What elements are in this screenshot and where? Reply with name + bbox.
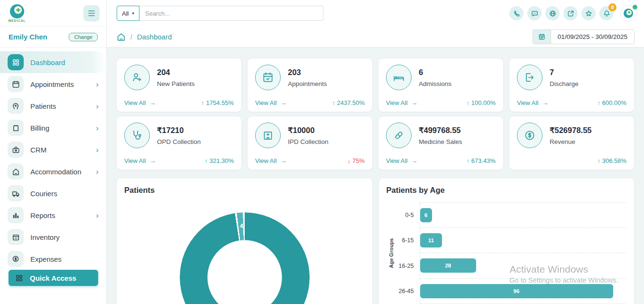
- stat-value: ₹10000: [288, 126, 329, 135]
- messages-button[interactable]: [527, 6, 542, 20]
- inventory-box-icon: [8, 229, 24, 245]
- search-input[interactable]: [139, 6, 323, 21]
- arrow-right-icon: →: [280, 99, 286, 106]
- sidebar-item-dashboard[interactable]: Dashboard: [0, 51, 106, 73]
- arrow-right-icon: →: [149, 157, 156, 164]
- view-all-label: View All: [517, 99, 538, 106]
- patient-head-icon: [8, 98, 24, 114]
- home-icon[interactable]: [117, 32, 126, 41]
- brand-name: MEDICAL: [9, 19, 26, 22]
- home-icon: [8, 163, 24, 180]
- sidebar-item-accommodation[interactable]: Accommodation ›: [0, 161, 106, 182]
- view-all-label: View All: [386, 99, 407, 106]
- view-all-link[interactable]: View All→: [517, 99, 548, 106]
- age-bar-track: 11: [420, 228, 627, 254]
- stat-label: Medicine Sales: [419, 138, 462, 145]
- sidebar-item-billing[interactable]: Billing ›: [0, 117, 106, 139]
- stat-label: Admissions: [419, 80, 451, 87]
- charts-row: Patients 4 Patients by Age Age Groups 0-…: [116, 178, 635, 304]
- sidebar-item-appointments[interactable]: Appointments ›: [0, 73, 106, 95]
- change-user-button[interactable]: Change: [69, 33, 98, 41]
- stethoscope-icon: [124, 123, 150, 148]
- age-bar-track: 96: [420, 279, 627, 304]
- view-all-link[interactable]: View All→: [386, 157, 417, 164]
- view-all-label: View All: [255, 157, 276, 164]
- age-bar: 96: [420, 284, 613, 298]
- stat-label: OPD Collection: [157, 138, 201, 145]
- stat-card-appointments: 203 Appointments View All→ ↑ 2437.50%: [247, 58, 373, 112]
- hamburger-icon: [88, 10, 95, 17]
- view-all-link[interactable]: View All→: [255, 99, 286, 106]
- patients-by-age-card: Patients by Age Age Groups 0-566-151116-…: [378, 178, 635, 304]
- sidebar-item-label: Accommodation: [30, 168, 96, 176]
- notifications-button[interactable]: 0: [599, 6, 614, 20]
- bar-chart-icon: [8, 207, 24, 223]
- date-range-picker[interactable]: 01/09/2025 - 30/09/2025: [533, 29, 635, 44]
- stat-card-medicine-sales: ₹499768.55 Medicine Sales View All→ ↑ 67…: [378, 116, 504, 170]
- sidebar-item-label: Dashboard: [30, 58, 100, 66]
- sidebar-item-couriers[interactable]: Couriers: [0, 182, 106, 204]
- topbar-actions: 0: [509, 5, 636, 21]
- chevron-right-icon: ›: [96, 124, 99, 132]
- phone-button[interactable]: [509, 6, 524, 20]
- view-all-label: View All: [124, 157, 146, 164]
- stat-card-opd-collection: ₹17210 OPD Collection View All→ ↑ 321.30…: [116, 116, 242, 170]
- age-bar-row: 6-1511: [397, 228, 627, 254]
- arrow-right-icon: →: [411, 157, 417, 164]
- sidebar-item-label: Couriers: [30, 190, 100, 198]
- search-filter-value: All: [122, 10, 129, 17]
- medical-cross-icon: [624, 9, 633, 18]
- stat-value: 6: [419, 68, 451, 77]
- view-all-link[interactable]: View All→: [386, 99, 417, 106]
- exit-door-icon: [517, 65, 543, 90]
- chart-title: Patients: [124, 186, 365, 195]
- view-all-link[interactable]: View All→: [255, 157, 286, 164]
- sidebar-item-inventory[interactable]: Inventory: [0, 226, 106, 248]
- stat-label: Revenue: [550, 138, 592, 145]
- sidebar-item-crm[interactable]: CRM ›: [0, 139, 106, 161]
- arrow-right-icon: →: [280, 157, 286, 164]
- view-all-label: View All: [255, 99, 276, 106]
- view-all-link[interactable]: View All→: [124, 157, 156, 164]
- stat-label: New Patients: [157, 80, 195, 87]
- sidebar-item-patients[interactable]: Patients ›: [0, 95, 106, 117]
- briefcase-icon: [8, 142, 24, 158]
- stat-card-new-patients: 204 New Patients View All→ ↑ 1754.55%: [116, 58, 242, 112]
- age-category-label: 16-25: [397, 253, 420, 279]
- age-bar-row: 26-4596: [397, 279, 627, 304]
- stat-card-ipd-collection: ₹10000 IPD Collection View All→ ↓ 75%: [247, 116, 373, 170]
- trend-value: ↑ 306.58%: [598, 157, 626, 164]
- profile-avatar[interactable]: [620, 5, 636, 21]
- chevron-right-icon: ›: [96, 102, 99, 110]
- sidebar-item-label: Inventory: [30, 233, 100, 241]
- chevron-down-icon: ▾: [132, 11, 134, 16]
- language-button[interactable]: [545, 6, 560, 20]
- sidebar-item-reports[interactable]: Reports ›: [0, 204, 106, 226]
- breadcrumb-page[interactable]: Dashboard: [137, 33, 172, 41]
- date-range-value: 01/09/2025 - 30/09/2025: [551, 30, 634, 44]
- favorites-button[interactable]: [581, 6, 596, 20]
- capsule-icon: [386, 123, 412, 148]
- patients-donut-card: Patients 4: [116, 178, 373, 304]
- age-bar: 11: [420, 233, 442, 247]
- age-bar-track: 6: [420, 202, 627, 228]
- search-filter-dropdown[interactable]: All ▾: [117, 6, 139, 21]
- sidebar-item-label: CRM: [30, 146, 96, 154]
- view-all-link[interactable]: View All→: [124, 99, 156, 106]
- arrow-right-icon: →: [411, 99, 417, 106]
- sidebar-item-expenses[interactable]: Expenses: [0, 248, 106, 270]
- view-all-label: View All: [386, 157, 407, 164]
- breadcrumb-separator: /: [130, 33, 132, 41]
- quick-access-button[interactable]: Quick Access: [9, 270, 98, 286]
- breadcrumb: / Dashboard: [117, 32, 172, 41]
- stat-label: Discharge: [550, 80, 579, 87]
- trend-value: ↓ 75%: [348, 157, 365, 164]
- stat-value: 7: [550, 68, 579, 77]
- external-link-button[interactable]: [563, 6, 578, 20]
- global-search: All ▾: [117, 6, 323, 21]
- sidebar-item-label: Expenses: [30, 255, 100, 263]
- brand-logo: MEDICAL: [7, 4, 28, 22]
- age-bars: 0-566-151116-252826-4596: [397, 202, 627, 304]
- menu-toggle-button[interactable]: [83, 5, 100, 21]
- dashboard-icon: [8, 54, 24, 70]
